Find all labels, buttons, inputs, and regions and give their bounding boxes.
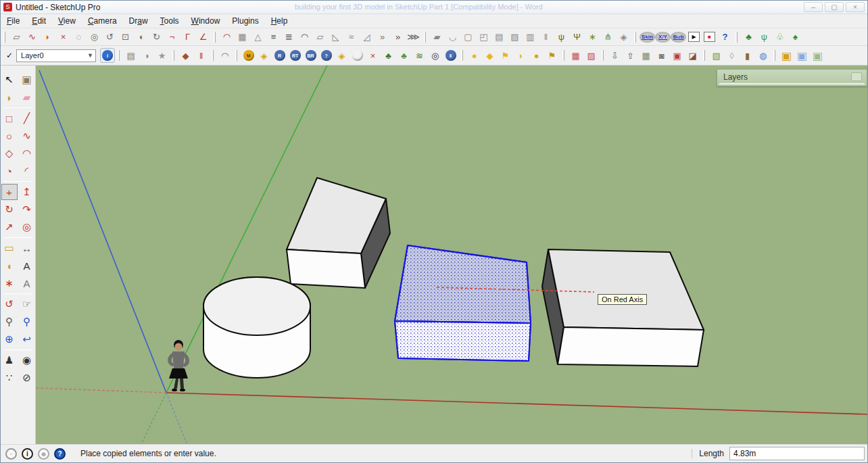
close-button[interactable]: × — [846, 2, 865, 12]
rectangle-tool[interactable]: □ — [1, 110, 18, 126]
restore-button[interactable]: ▢ — [825, 2, 844, 12]
model-viewport[interactable] — [36, 66, 867, 445]
select-tool[interactable]: ↖ — [1, 72, 18, 88]
half-dome-icon[interactable]: ◖ — [133, 30, 149, 45]
user-icon[interactable]: ☻ — [38, 448, 49, 460]
model-info-icon[interactable]: i — [22, 448, 33, 460]
layer-info-button[interactable]: i — [100, 48, 115, 63]
toolbar-grip[interactable] — [424, 32, 426, 43]
google-earth-icon[interactable]: ◍ — [755, 48, 771, 63]
menu-item-window[interactable]: Window — [185, 15, 226, 27]
grid-stamp-2-icon[interactable]: ▨ — [583, 48, 599, 63]
toolbar-grip[interactable] — [602, 50, 604, 61]
star-burst-icon[interactable]: ★ — [154, 48, 170, 63]
paint-bucket-tool[interactable]: ◗ — [1, 89, 18, 105]
text-tool[interactable]: A — [19, 258, 35, 274]
bamboo-icon[interactable]: ⋔ — [600, 30, 616, 45]
zoom-extents-tool[interactable]: ⊕ — [1, 331, 18, 347]
grid-cage-icon[interactable]: ▦ — [235, 30, 250, 45]
loft-by-spline-icon[interactable]: ▱ — [9, 30, 24, 45]
fur-1-icon[interactable]: ψ — [554, 30, 569, 45]
ring-loop-1-icon[interactable]: ◌ — [71, 30, 87, 45]
position-camera-tool[interactable]: ♟ — [1, 352, 18, 368]
render-r-icon[interactable]: R — [272, 48, 287, 63]
angle-vertex-icon[interactable]: ∠ — [195, 30, 211, 45]
polygon-tool[interactable]: ◇ — [1, 145, 18, 162]
play-animation-icon[interactable]: ▶ — [686, 30, 702, 45]
arc-3-point-tool[interactable]: ◜ — [19, 163, 35, 179]
section-plane-tool[interactable]: ⊘ — [19, 370, 35, 386]
minimize-button[interactable]: – — [804, 2, 823, 12]
marker-flag-icon[interactable]: ⚑ — [498, 48, 513, 63]
layers-panel-toggle[interactable] — [851, 72, 862, 81]
skin-fill-icon[interactable]: ◗ — [40, 30, 55, 45]
scale-tool[interactable]: ↗ — [1, 219, 18, 235]
globe-target-icon[interactable]: ◎ — [427, 48, 443, 63]
move-tool[interactable]: + — [1, 184, 18, 200]
toolbar-grip[interactable] — [703, 50, 705, 61]
cylinder[interactable] — [203, 277, 310, 378]
toolbar-grip[interactable] — [172, 50, 174, 61]
make-component-tool[interactable]: ▣ — [19, 72, 35, 88]
grid-stamp-1-icon[interactable]: ▦ — [568, 48, 583, 63]
line-tool[interactable]: ╱ — [19, 110, 35, 126]
pause-icon[interactable]: ‖ — [443, 48, 458, 63]
loft-spline-dots-icon[interactable]: ∿ — [24, 30, 40, 45]
orbit-tool[interactable]: ↺ — [1, 296, 18, 312]
vector-push-1-icon[interactable]: » — [375, 30, 390, 45]
menu-item-view[interactable]: View — [52, 15, 82, 27]
round-corner-2-icon[interactable]: Γ — [180, 30, 195, 45]
dome-icon[interactable]: ◠ — [297, 30, 312, 45]
red-drape-icon[interactable]: ◆ — [178, 48, 193, 63]
box-back-left[interactable] — [287, 178, 390, 288]
stop-animation-icon[interactable]: ■ — [702, 30, 717, 45]
toolbar-grip[interactable] — [235, 50, 237, 61]
look-around-tool[interactable]: ◉ — [19, 352, 35, 368]
lattice-icon[interactable]: ▨ — [507, 30, 523, 45]
eraser-tool[interactable]: ▰ — [19, 89, 35, 105]
box-right[interactable] — [542, 249, 704, 366]
axes-tool[interactable]: ∗ — [1, 275, 18, 291]
selected-box[interactable] — [395, 245, 531, 361]
tapered-box-icon[interactable]: ▰ — [429, 30, 445, 45]
marker-ball-2-icon[interactable]: ● — [529, 48, 544, 63]
bub-tool-icon[interactable]: Bub — [671, 30, 686, 45]
frame-profile-icon[interactable]: ◰ — [476, 30, 491, 45]
drawing-canvas[interactable]: On Red Axis Layers — [36, 66, 867, 445]
offset-tool[interactable]: ◎ — [19, 219, 35, 235]
box-unwrap-icon[interactable]: ⊡ — [118, 30, 133, 45]
tag-yellow-2-icon[interactable]: ◈ — [334, 48, 349, 63]
toolbar-grip[interactable] — [736, 32, 738, 43]
fur-2-icon[interactable]: Ψ — [569, 30, 585, 45]
material-m-icon[interactable]: M — [241, 48, 256, 63]
shrub-icon[interactable]: ♠ — [788, 30, 803, 45]
panel-hole-icon[interactable]: ▢ — [460, 30, 476, 45]
menu-item-tools[interactable]: Tools — [154, 15, 185, 27]
freehand-tool[interactable]: ∿ — [19, 128, 35, 144]
toolbar-grip[interactable] — [212, 50, 214, 61]
circle-tool[interactable]: ○ — [1, 128, 18, 144]
clover-icon[interactable]: ♧ — [772, 30, 788, 45]
curve-cross-icon[interactable]: × — [55, 30, 71, 45]
box-arrow-down-icon[interactable]: ⇩ — [607, 48, 623, 63]
shell-curl-icon[interactable]: ↻ — [149, 30, 164, 45]
xy-tool-icon[interactable]: X/Y — [655, 30, 671, 45]
dome-lamp-icon[interactable]: ◑ — [139, 48, 154, 63]
render-rt-icon[interactable]: RT — [287, 48, 303, 63]
totem-icon[interactable]: ▮ — [740, 48, 755, 63]
help-icon[interactable]: ? — [54, 448, 66, 460]
extrude-steps-2-icon[interactable]: ≣ — [281, 30, 297, 45]
oval-box-icon[interactable]: ◙ — [654, 48, 669, 63]
red-arc-icon[interactable]: ◠ — [219, 30, 235, 45]
flat-panel-icon[interactable]: ▱ — [312, 30, 328, 45]
geolocation-icon[interactable]: ◦ — [5, 448, 17, 460]
pyramid-icon[interactable]: △ — [250, 30, 266, 45]
louvers-icon[interactable]: ▥ — [523, 30, 538, 45]
arc-tool[interactable]: ◠ — [19, 145, 35, 162]
pan-tool[interactable]: ☞ — [19, 296, 35, 312]
fix-cross-icon[interactable]: × — [365, 48, 381, 63]
skin-tool-icon[interactable]: Skin — [640, 30, 655, 45]
zoom-tool[interactable]: ⚲ — [1, 314, 18, 330]
menu-item-help[interactable]: Help — [265, 15, 294, 27]
toolbar-grip[interactable] — [214, 32, 216, 43]
